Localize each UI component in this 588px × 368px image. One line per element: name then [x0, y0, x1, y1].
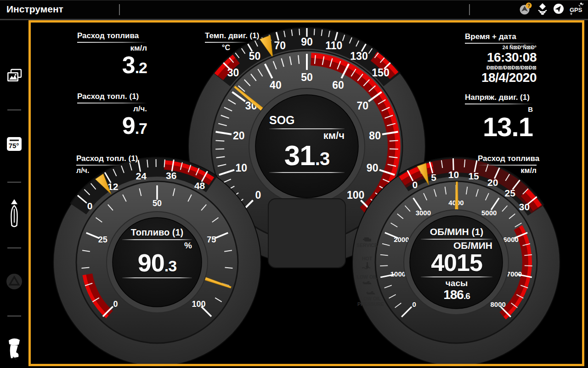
svg-text:0: 0 — [87, 201, 93, 211]
svg-text:2000: 2000 — [394, 236, 409, 243]
views-images-icon[interactable] — [0, 68, 28, 84]
sidebar-divider — [7, 182, 21, 183]
fuel-rate-readout: Расход топл. (1) л/ч. 9.7 — [77, 92, 147, 138]
gps-status-icon[interactable]: GPS — [569, 2, 584, 17]
scale-unit: км/л — [478, 167, 537, 175]
gauge-title: SOG — [269, 114, 345, 127]
field-label: Расход топлива — [77, 31, 147, 40]
svg-text:36: 36 — [166, 170, 176, 181]
field-unit: л/ч. — [77, 104, 147, 114]
engine-hot-icon — [361, 262, 373, 269]
voltage-readout: Напряж. двиг. (1) В 13.1 — [465, 93, 533, 140]
svg-text:50: 50 — [153, 199, 162, 208]
svg-text:10: 10 — [448, 169, 459, 180]
field-value: 13.1 — [465, 113, 533, 140]
svg-text:0: 0 — [255, 189, 261, 201]
gauge-value: 31.3 — [269, 142, 345, 170]
svg-text:150: 150 — [372, 67, 389, 79]
svg-text:25: 25 — [98, 235, 107, 244]
svg-text:100: 100 — [347, 189, 364, 201]
sonar-icon[interactable] — [537, 2, 548, 17]
svg-text:80: 80 — [369, 130, 381, 142]
warning-low-oil-pressure: LOW OIL PRESSURE — [353, 290, 389, 307]
svg-text:130: 130 — [350, 50, 368, 62]
low-oil-icon — [362, 280, 373, 285]
svg-text:6000: 6000 — [503, 236, 518, 243]
svg-text:70: 70 — [357, 100, 369, 112]
warning-low-oil: LOW OIL — [349, 274, 385, 286]
svg-text:0: 0 — [412, 179, 418, 190]
low-oil-pressure-icon — [365, 290, 376, 295]
svg-text:8000: 8000 — [491, 300, 506, 308]
svg-text:48: 48 — [194, 180, 205, 191]
rpm-gauge-readout: ОБ/МИН (1) ОБ/МИН 4015 часы 186.6 — [421, 226, 492, 301]
svg-text:7000: 7000 — [507, 270, 522, 278]
svg-text:40: 40 — [270, 79, 282, 91]
field-unit: км/л — [77, 44, 147, 53]
sidebar-divider — [7, 247, 21, 248]
header-bar: Инструмент ? — [0, 0, 588, 20]
header-divider — [469, 4, 470, 15]
svg-text:25: 25 — [504, 188, 515, 198]
field-label: Напряж. двиг. (1) — [465, 93, 533, 102]
field-label: Расход топл. (1) — [77, 92, 147, 101]
time-value: 16:30:08 — [465, 51, 537, 64]
svg-text:20: 20 — [487, 177, 498, 188]
hours-value: 186.6 — [421, 288, 492, 301]
date-value: 18/4/2020 — [465, 71, 537, 84]
engine-temp-scale-label: Темп. двиг. (1) °C — [205, 31, 259, 52]
svg-text:?: ? — [527, 3, 530, 8]
svg-text:5: 5 — [431, 172, 436, 183]
scale-unit: °C — [205, 44, 247, 52]
time-date-readout: Время + дата 24 Ñ⊠Ð°Ñ⊠Ð° 16:30:08 Ð⊠Ð⊠/Ð… — [465, 32, 537, 85]
sidebar-divider — [7, 316, 21, 316]
scale-unit: л/ч. — [76, 167, 132, 175]
navigation-icon[interactable] — [553, 3, 565, 17]
gauge-value: 4015 — [421, 251, 492, 275]
svg-text:0: 0 — [413, 300, 416, 308]
status-icon-tray: ? GPS — [519, 2, 584, 17]
fuel-economy-scale-label: Расход топлива км/л — [478, 154, 537, 175]
engine-service-icon — [362, 237, 372, 242]
sidebar-divider — [7, 109, 21, 110]
field-value: 3.2 — [77, 53, 147, 77]
svg-text:100: 100 — [192, 299, 205, 309]
svg-text:75: 75 — [207, 235, 216, 244]
vessel-icon[interactable] — [0, 199, 28, 229]
gauge-value: 90.3 — [122, 251, 192, 275]
drive-mode-icon[interactable] — [0, 273, 28, 290]
sidebar: 75° — [0, 20, 28, 368]
field-underline — [77, 103, 147, 104]
svg-text:GPS: GPS — [570, 6, 582, 13]
instrument-screen: 3050709011013015001020304050607080901000… — [0, 0, 588, 368]
svg-text:110: 110 — [325, 40, 342, 52]
gauge-title: ОБ/МИН (1) — [421, 226, 492, 237]
speed-gauge-readout: SOG км/ч 31.3 — [269, 114, 345, 173]
svg-text:60: 60 — [332, 79, 344, 91]
temperature-75-icon[interactable]: 75° — [0, 136, 28, 152]
gauge-title: Топливо (1) — [122, 227, 192, 238]
svg-text:24: 24 — [136, 171, 147, 181]
hours-label: часы — [421, 278, 492, 288]
header-divider — [119, 4, 120, 15]
svg-text:50: 50 — [301, 71, 313, 83]
field-label: Время + дата — [465, 32, 537, 41]
warning-hot: HOT — [349, 256, 385, 270]
svg-text:10: 10 — [236, 162, 248, 174]
svg-text:1000: 1000 — [390, 270, 406, 278]
svg-text:0: 0 — [113, 299, 118, 309]
svg-text:20: 20 — [233, 130, 245, 142]
field-value: 9.7 — [77, 114, 147, 138]
page-title: Инструмент — [6, 4, 63, 15]
fuel-economy-readout: Расход топлива км/л 3.2 — [77, 31, 147, 77]
svg-text:75°: 75° — [9, 142, 19, 150]
field-underline — [77, 42, 147, 43]
svg-text:90: 90 — [367, 162, 379, 174]
svg-text:70: 70 — [274, 40, 286, 52]
fuel-gauge-readout: Топливо (1) % 90.3 — [122, 227, 192, 278]
outboard-motor-icon[interactable] — [0, 337, 28, 363]
chartplotter-help-icon[interactable]: ? — [519, 2, 532, 17]
svg-text:3000: 3000 — [416, 209, 431, 217]
warning-service: SERVICE — [349, 236, 385, 248]
fuel-rate-scale-label: Расход топл. (1) л/ч. — [76, 154, 132, 175]
